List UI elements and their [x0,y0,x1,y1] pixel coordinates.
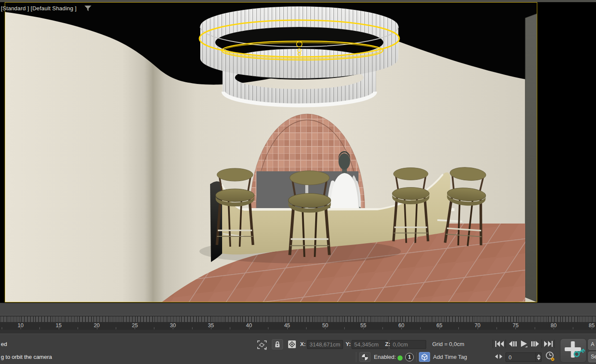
frame-tick [71,316,71,322]
frame-tick [539,316,539,322]
frame-tick [220,316,220,322]
frame-tick [493,316,493,322]
adaptive-degradation-button[interactable] [359,352,370,362]
current-frame-value: 0 [506,354,536,361]
frame-tick [19,316,19,322]
perspective-viewport[interactable] [5,2,537,302]
auto-key-button[interactable]: A [588,339,596,350]
frame-tick [450,316,451,322]
frame-tick [247,316,248,322]
frame-tick [385,316,385,322]
key-mode-toggle-icon[interactable] [494,353,503,360]
frame-tick [542,316,542,322]
frame-tick [557,316,557,322]
go-to-end-button[interactable] [542,339,554,349]
selection-count-badge[interactable]: 1 [405,353,414,361]
play-button[interactable] [518,339,530,349]
filter-funnel-icon[interactable] [84,5,92,12]
frame-tick [379,316,379,322]
track-bar[interactable]: 10152025303540455055606570758085 [0,315,596,330]
frame-tick [308,316,309,322]
set-key-button[interactable]: Se [588,352,596,362]
frame-tick [9,316,9,322]
frame-tick [284,316,285,322]
frame-tick [352,316,353,322]
enabled-status-dot [397,355,403,361]
frame-tick [190,316,190,322]
current-frame-spinner[interactable]: 0 [506,352,542,362]
go-to-start-button[interactable] [494,339,505,349]
add-time-tag-label[interactable]: Add Time Tag [433,354,467,360]
frame-tick [59,316,59,322]
frame-tick [172,316,172,322]
frame-tick [453,316,454,322]
grid-setting-label: Grid = 0,0cm [432,341,464,347]
frame-tick [435,316,435,322]
frame-tick [415,316,415,322]
frame-tick [49,316,50,322]
frame-tick [392,316,393,322]
frame-tick [371,316,371,322]
y-coordinate-field[interactable]: 54,345cm [352,340,388,349]
frame-tick [566,316,566,322]
frame-tick [225,316,225,322]
timeline-frame-label: 45 [284,322,290,328]
frame-tick [124,316,125,322]
frame-tick [442,316,443,322]
frame-spinner-arrows[interactable] [536,353,541,361]
viewport-shading-label[interactable]: [Standard ] [Default Shading ] [1,5,77,12]
frame-tick [549,316,550,322]
time-slider-track[interactable] [0,303,596,315]
z-coordinate-field[interactable]: 0,0cm [390,340,426,349]
frame-tick [69,316,70,322]
frame-tick [512,316,513,322]
frame-tick [318,316,318,322]
wall-pillar[interactable] [525,14,537,302]
frame-tick [330,316,330,322]
frame-tick [531,316,531,322]
frame-tick [27,316,27,322]
frame-tick [167,316,167,322]
frame-tick [345,316,346,322]
frame-tick [444,316,444,322]
frame-tick [147,316,147,322]
frame-tick [281,316,281,322]
isolate-selection-icon[interactable] [256,340,268,350]
frame-tick [546,316,546,322]
frame-tick [123,316,123,322]
selection-lock-button[interactable] [272,339,283,349]
viewport-canvas[interactable] [5,3,537,302]
frame-tick [2,316,3,322]
frame-tick [164,316,164,322]
frame-tick [343,316,344,322]
frame-tick [7,316,7,322]
previous-frame-button[interactable] [506,339,518,349]
frame-tick [488,316,488,322]
track-bar-divider [0,330,596,334]
frame-tick [77,316,77,322]
frame-tick-minor [78,327,78,329]
absolute-offset-toggle-icon[interactable] [287,340,297,349]
frame-tick [581,316,581,322]
frame-tick [569,316,569,322]
frame-tick [173,316,173,322]
frame-tick [130,316,131,322]
frame-tick [479,316,479,322]
set-keys-plus-key-icon [560,339,586,362]
frame-tick [438,316,438,322]
frame-tick [421,316,421,322]
frame-tick [436,316,437,322]
frame-tick [467,316,467,322]
frame-tick [144,316,144,322]
x-coordinate-field[interactable]: 3148,671cm [307,340,343,349]
time-tag-button[interactable] [419,352,430,362]
separator [506,340,506,348]
frame-tick [331,316,332,322]
x-coordinate-label: X: [300,341,306,347]
frame-tick [573,316,574,322]
next-frame-button[interactable] [530,339,541,349]
frame-tick [206,316,207,322]
time-configuration-icon[interactable] [545,351,556,362]
frame-tick [142,316,143,322]
set-keys-button[interactable] [560,338,587,363]
